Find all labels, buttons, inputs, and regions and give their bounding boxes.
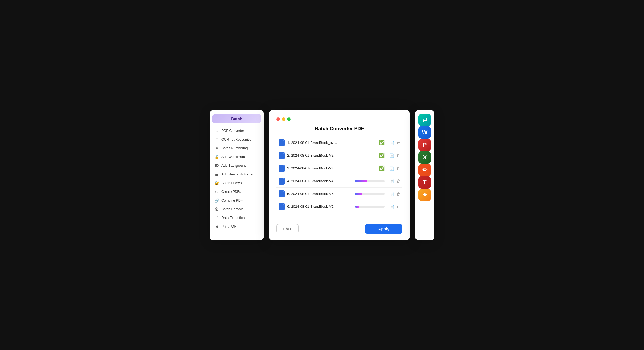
delete-file-icon[interactable]: 🗑 bbox=[396, 205, 400, 209]
create-pdfs-icon: ⊕ bbox=[214, 189, 219, 194]
pdf-file-icon bbox=[279, 139, 285, 146]
scene: Batch ↔PDF ConverterTOCR Tet Recognition… bbox=[210, 110, 434, 240]
view-file-icon[interactable]: 📄 bbox=[390, 205, 394, 209]
sidebar-item-label-pdf-converter: PDF Converter bbox=[221, 129, 244, 133]
file-name: 4. 2024-08-01-BrandBook-V4.pdf bbox=[287, 179, 339, 183]
sidebar-item-combine-pdf[interactable]: 🔗Combine PDF bbox=[211, 196, 263, 205]
check-icon: ✅ bbox=[379, 153, 385, 159]
file-name: 6. 2024-08-01-BrandBook-V6.pdf bbox=[287, 205, 339, 209]
file-status: ✅ bbox=[341, 153, 385, 159]
apply-button[interactable]: Apply bbox=[365, 224, 402, 234]
sidebar-item-batch-encrypt[interactable]: 🔐Batch Encrypt bbox=[211, 179, 263, 187]
action-icons: 📄🗑 bbox=[390, 192, 400, 196]
sidebar-item-bates-numbering[interactable]: #Bates Numbering bbox=[211, 144, 263, 153]
delete-file-icon[interactable]: 🗑 bbox=[396, 141, 400, 145]
delete-file-icon[interactable]: 🗑 bbox=[396, 192, 400, 196]
action-icons: 📄🗑 bbox=[390, 141, 400, 145]
delete-file-icon[interactable]: 🗑 bbox=[396, 179, 400, 183]
pdf-file-icon bbox=[279, 178, 285, 185]
pdf-file-icon bbox=[279, 165, 285, 172]
sidebar-item-add-watermark[interactable]: 🔒Add Watermark bbox=[211, 153, 263, 161]
sidebar-panel: Batch ↔PDF ConverterTOCR Tet Recognition… bbox=[210, 110, 264, 240]
app-icon-edit-app[interactable]: ✏ bbox=[418, 164, 431, 176]
sidebar-title: Batch bbox=[212, 114, 261, 123]
progress-bar bbox=[355, 180, 385, 182]
view-file-icon[interactable]: 📄 bbox=[390, 153, 394, 158]
right-panel: ⇄WPX✏T✦ bbox=[415, 110, 434, 240]
combine-pdf-icon: 🔗 bbox=[214, 198, 219, 203]
sidebar-item-label-create-pdfs: Create PDFs bbox=[221, 190, 241, 194]
app-icon-word-app[interactable]: W bbox=[418, 126, 431, 139]
add-header-footer-icon: ☰ bbox=[214, 172, 219, 177]
file-name: 3. 2024-08-01-BrandBook-V3.pdf bbox=[287, 166, 339, 170]
main-title: Batch Converter PDF bbox=[276, 126, 402, 132]
view-file-icon[interactable]: 📄 bbox=[390, 141, 394, 145]
sidebar-item-pdf-converter[interactable]: ↔PDF Converter bbox=[211, 126, 263, 135]
sidebar-item-label-combine-pdf: Combine PDF bbox=[221, 199, 243, 202]
batch-encrypt-icon: 🔐 bbox=[214, 181, 219, 185]
view-file-icon[interactable]: 📄 bbox=[390, 166, 394, 171]
sidebar-item-add-background[interactable]: 🖼Add Background bbox=[211, 161, 263, 170]
file-status: ✅ bbox=[341, 140, 385, 146]
minimize-button[interactable] bbox=[282, 117, 285, 121]
pdf-file-icon bbox=[279, 152, 285, 159]
sidebar-item-label-add-header-footer: Add Header & Footer bbox=[221, 172, 254, 176]
table-row: 1. 2024-08-01-BrandBook_overview.pdf✅📄🗑 bbox=[276, 137, 402, 149]
data-extraction-icon: ⤴ bbox=[214, 215, 219, 220]
sidebar-item-label-batch-remove: Batch Remove bbox=[221, 207, 244, 211]
progress-bar bbox=[355, 206, 385, 208]
action-icons: 📄🗑 bbox=[390, 153, 400, 158]
sidebar-item-print-pdf[interactable]: 🖨Print PDF bbox=[211, 222, 263, 231]
maximize-button[interactable] bbox=[287, 117, 291, 121]
file-status: ✅ bbox=[341, 165, 385, 171]
check-icon: ✅ bbox=[379, 165, 385, 171]
file-name: 2. 2024-08-01-BrandBook-V2.pdf bbox=[287, 153, 339, 157]
add-watermark-icon: 🔒 bbox=[214, 154, 219, 159]
sidebar-item-label-add-background: Add Background bbox=[221, 164, 246, 168]
file-status bbox=[341, 193, 385, 195]
table-row: 6. 2024-08-01-BrandBook-V6.pdf📄🗑 bbox=[276, 200, 402, 213]
sidebar-item-label-print-pdf: Print PDF bbox=[221, 225, 236, 228]
sidebar-item-label-data-extraction: Data Extraction bbox=[221, 216, 245, 220]
print-pdf-icon: 🖨 bbox=[214, 224, 219, 229]
traffic-lights bbox=[276, 117, 402, 121]
app-icons-container: ⇄WPX✏T✦ bbox=[418, 114, 431, 201]
pdf-file-icon bbox=[279, 203, 285, 210]
sidebar-item-batch-remove[interactable]: 🗑Batch Remove bbox=[211, 205, 263, 213]
sidebar-item-label-ocr-text: OCR Tet Recognition bbox=[221, 138, 253, 141]
app-icon-excel-app[interactable]: X bbox=[418, 151, 431, 164]
app-icon-ppt-red-app[interactable]: P bbox=[418, 139, 431, 151]
table-row: 2. 2024-08-01-BrandBook-V2.pdf✅📄🗑 bbox=[276, 149, 402, 162]
progress-bar-fill bbox=[355, 206, 367, 208]
file-status bbox=[341, 206, 385, 208]
add-button[interactable]: + Add bbox=[276, 224, 299, 233]
sidebar-item-label-add-watermark: Add Watermark bbox=[221, 155, 245, 159]
sidebar-title-wrap: Batch bbox=[212, 114, 261, 123]
table-row: 3. 2024-08-01-BrandBook-V3.pdf✅📄🗑 bbox=[276, 162, 402, 175]
app-icon-shuffle-app[interactable]: ⇄ bbox=[418, 114, 431, 126]
app-icon-photo-app[interactable]: ✦ bbox=[418, 189, 431, 201]
progress-bar bbox=[355, 193, 385, 195]
table-row: 4. 2024-08-01-BrandBook-V4.pdf📄🗑 bbox=[276, 175, 402, 188]
app-icon-type-app[interactable]: T bbox=[418, 176, 431, 189]
file-name: 1. 2024-08-01-BrandBook_overview.pdf bbox=[287, 141, 339, 145]
check-icon: ✅ bbox=[379, 140, 385, 146]
batch-remove-icon: 🗑 bbox=[214, 207, 219, 212]
sidebar-item-add-header-footer[interactable]: ☰Add Header & Footer bbox=[211, 170, 263, 179]
delete-file-icon[interactable]: 🗑 bbox=[396, 166, 400, 171]
sidebar-item-data-extraction[interactable]: ⤴Data Extraction bbox=[211, 213, 263, 222]
close-button[interactable] bbox=[276, 117, 280, 121]
main-panel: Batch Converter PDF 1. 2024-08-01-BrandB… bbox=[269, 110, 410, 240]
delete-file-icon[interactable]: 🗑 bbox=[396, 153, 400, 158]
sidebar-item-ocr-text[interactable]: TOCR Tet Recognition bbox=[211, 135, 263, 144]
file-name: 5. 2024-08-01-BrandBook-V5.pdf bbox=[287, 192, 339, 196]
progress-bar-fill bbox=[355, 193, 371, 195]
view-file-icon[interactable]: 📄 bbox=[390, 192, 394, 196]
view-file-icon[interactable]: 📄 bbox=[390, 179, 394, 183]
action-icons: 📄🗑 bbox=[390, 166, 400, 171]
table-row: 5. 2024-08-01-BrandBook-V5.pdf📄🗑 bbox=[276, 188, 402, 200]
file-list: 1. 2024-08-01-BrandBook_overview.pdf✅📄🗑2… bbox=[276, 137, 402, 219]
sidebar-item-create-pdfs[interactable]: ⊕Create PDFs bbox=[211, 187, 263, 196]
sidebar-item-label-batch-encrypt: Batch Encrypt bbox=[221, 181, 243, 185]
progress-bar-fill bbox=[355, 180, 376, 182]
